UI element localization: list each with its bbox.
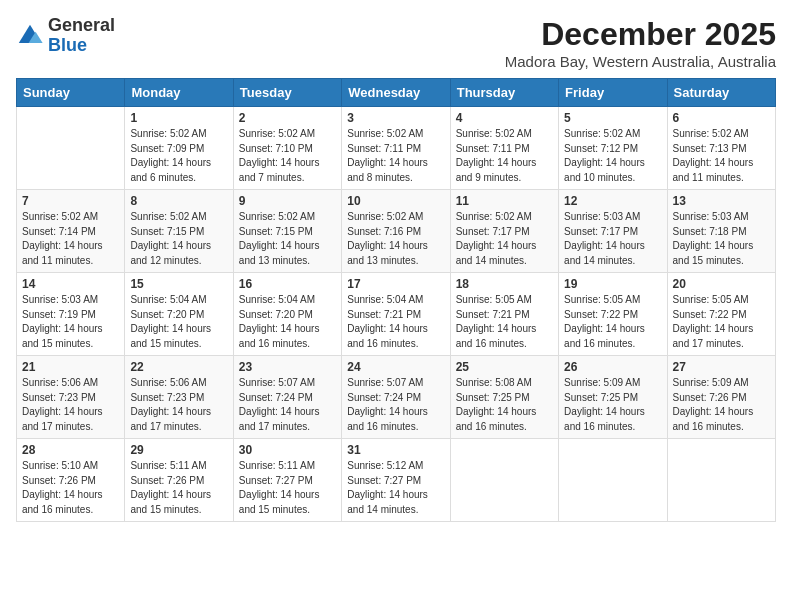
calendar-header-thursday: Thursday bbox=[450, 79, 558, 107]
calendar-header-row: SundayMondayTuesdayWednesdayThursdayFrid… bbox=[17, 79, 776, 107]
calendar-cell: 20Sunrise: 5:05 AM Sunset: 7:22 PM Dayli… bbox=[667, 273, 775, 356]
calendar-cell bbox=[559, 439, 667, 522]
day-number: 8 bbox=[130, 194, 227, 208]
calendar-cell: 29Sunrise: 5:11 AM Sunset: 7:26 PM Dayli… bbox=[125, 439, 233, 522]
logo-icon bbox=[16, 22, 44, 50]
day-info: Sunrise: 5:09 AM Sunset: 7:25 PM Dayligh… bbox=[564, 376, 661, 434]
day-number: 7 bbox=[22, 194, 119, 208]
calendar-cell: 14Sunrise: 5:03 AM Sunset: 7:19 PM Dayli… bbox=[17, 273, 125, 356]
day-info: Sunrise: 5:05 AM Sunset: 7:22 PM Dayligh… bbox=[564, 293, 661, 351]
day-number: 2 bbox=[239, 111, 336, 125]
day-number: 1 bbox=[130, 111, 227, 125]
calendar-cell bbox=[450, 439, 558, 522]
day-number: 20 bbox=[673, 277, 770, 291]
day-info: Sunrise: 5:09 AM Sunset: 7:26 PM Dayligh… bbox=[673, 376, 770, 434]
calendar-cell: 25Sunrise: 5:08 AM Sunset: 7:25 PM Dayli… bbox=[450, 356, 558, 439]
day-info: Sunrise: 5:12 AM Sunset: 7:27 PM Dayligh… bbox=[347, 459, 444, 517]
day-number: 17 bbox=[347, 277, 444, 291]
day-info: Sunrise: 5:03 AM Sunset: 7:19 PM Dayligh… bbox=[22, 293, 119, 351]
calendar-cell: 21Sunrise: 5:06 AM Sunset: 7:23 PM Dayli… bbox=[17, 356, 125, 439]
day-number: 21 bbox=[22, 360, 119, 374]
day-info: Sunrise: 5:02 AM Sunset: 7:09 PM Dayligh… bbox=[130, 127, 227, 185]
calendar-cell: 13Sunrise: 5:03 AM Sunset: 7:18 PM Dayli… bbox=[667, 190, 775, 273]
day-number: 3 bbox=[347, 111, 444, 125]
calendar-header-monday: Monday bbox=[125, 79, 233, 107]
day-info: Sunrise: 5:03 AM Sunset: 7:17 PM Dayligh… bbox=[564, 210, 661, 268]
calendar-cell: 22Sunrise: 5:06 AM Sunset: 7:23 PM Dayli… bbox=[125, 356, 233, 439]
day-info: Sunrise: 5:06 AM Sunset: 7:23 PM Dayligh… bbox=[130, 376, 227, 434]
calendar-cell: 17Sunrise: 5:04 AM Sunset: 7:21 PM Dayli… bbox=[342, 273, 450, 356]
day-info: Sunrise: 5:03 AM Sunset: 7:18 PM Dayligh… bbox=[673, 210, 770, 268]
title-section: December 2025 Madora Bay, Western Austra… bbox=[505, 16, 776, 70]
day-info: Sunrise: 5:04 AM Sunset: 7:21 PM Dayligh… bbox=[347, 293, 444, 351]
day-number: 25 bbox=[456, 360, 553, 374]
calendar-cell: 31Sunrise: 5:12 AM Sunset: 7:27 PM Dayli… bbox=[342, 439, 450, 522]
day-info: Sunrise: 5:06 AM Sunset: 7:23 PM Dayligh… bbox=[22, 376, 119, 434]
header: General Blue December 2025 Madora Bay, W… bbox=[16, 16, 776, 70]
calendar-cell: 27Sunrise: 5:09 AM Sunset: 7:26 PM Dayli… bbox=[667, 356, 775, 439]
logo-general: General bbox=[48, 15, 115, 35]
calendar-cell: 26Sunrise: 5:09 AM Sunset: 7:25 PM Dayli… bbox=[559, 356, 667, 439]
day-number: 4 bbox=[456, 111, 553, 125]
calendar-cell: 23Sunrise: 5:07 AM Sunset: 7:24 PM Dayli… bbox=[233, 356, 341, 439]
day-number: 13 bbox=[673, 194, 770, 208]
calendar-cell: 8Sunrise: 5:02 AM Sunset: 7:15 PM Daylig… bbox=[125, 190, 233, 273]
day-info: Sunrise: 5:02 AM Sunset: 7:16 PM Dayligh… bbox=[347, 210, 444, 268]
day-info: Sunrise: 5:10 AM Sunset: 7:26 PM Dayligh… bbox=[22, 459, 119, 517]
day-info: Sunrise: 5:02 AM Sunset: 7:10 PM Dayligh… bbox=[239, 127, 336, 185]
day-info: Sunrise: 5:02 AM Sunset: 7:13 PM Dayligh… bbox=[673, 127, 770, 185]
calendar-cell bbox=[17, 107, 125, 190]
day-info: Sunrise: 5:08 AM Sunset: 7:25 PM Dayligh… bbox=[456, 376, 553, 434]
day-number: 31 bbox=[347, 443, 444, 457]
calendar-cell: 28Sunrise: 5:10 AM Sunset: 7:26 PM Dayli… bbox=[17, 439, 125, 522]
day-number: 16 bbox=[239, 277, 336, 291]
logo-text: General Blue bbox=[48, 16, 115, 56]
calendar-header-wednesday: Wednesday bbox=[342, 79, 450, 107]
day-info: Sunrise: 5:02 AM Sunset: 7:11 PM Dayligh… bbox=[456, 127, 553, 185]
calendar-cell: 4Sunrise: 5:02 AM Sunset: 7:11 PM Daylig… bbox=[450, 107, 558, 190]
day-number: 9 bbox=[239, 194, 336, 208]
calendar-cell: 24Sunrise: 5:07 AM Sunset: 7:24 PM Dayli… bbox=[342, 356, 450, 439]
day-number: 6 bbox=[673, 111, 770, 125]
calendar-week-1: 1Sunrise: 5:02 AM Sunset: 7:09 PM Daylig… bbox=[17, 107, 776, 190]
calendar-cell: 19Sunrise: 5:05 AM Sunset: 7:22 PM Dayli… bbox=[559, 273, 667, 356]
day-info: Sunrise: 5:02 AM Sunset: 7:14 PM Dayligh… bbox=[22, 210, 119, 268]
logo-blue: Blue bbox=[48, 35, 87, 55]
calendar-cell: 5Sunrise: 5:02 AM Sunset: 7:12 PM Daylig… bbox=[559, 107, 667, 190]
day-number: 29 bbox=[130, 443, 227, 457]
day-number: 5 bbox=[564, 111, 661, 125]
day-info: Sunrise: 5:11 AM Sunset: 7:26 PM Dayligh… bbox=[130, 459, 227, 517]
calendar-cell bbox=[667, 439, 775, 522]
calendar-cell: 30Sunrise: 5:11 AM Sunset: 7:27 PM Dayli… bbox=[233, 439, 341, 522]
day-number: 11 bbox=[456, 194, 553, 208]
calendar-header-sunday: Sunday bbox=[17, 79, 125, 107]
calendar-week-4: 21Sunrise: 5:06 AM Sunset: 7:23 PM Dayli… bbox=[17, 356, 776, 439]
month-title: December 2025 bbox=[505, 16, 776, 53]
day-number: 22 bbox=[130, 360, 227, 374]
calendar-cell: 6Sunrise: 5:02 AM Sunset: 7:13 PM Daylig… bbox=[667, 107, 775, 190]
day-number: 23 bbox=[239, 360, 336, 374]
day-info: Sunrise: 5:04 AM Sunset: 7:20 PM Dayligh… bbox=[239, 293, 336, 351]
calendar-header-tuesday: Tuesday bbox=[233, 79, 341, 107]
calendar-header-friday: Friday bbox=[559, 79, 667, 107]
day-number: 12 bbox=[564, 194, 661, 208]
day-info: Sunrise: 5:02 AM Sunset: 7:15 PM Dayligh… bbox=[239, 210, 336, 268]
day-number: 15 bbox=[130, 277, 227, 291]
day-number: 18 bbox=[456, 277, 553, 291]
calendar-header-saturday: Saturday bbox=[667, 79, 775, 107]
calendar-cell: 2Sunrise: 5:02 AM Sunset: 7:10 PM Daylig… bbox=[233, 107, 341, 190]
day-info: Sunrise: 5:05 AM Sunset: 7:22 PM Dayligh… bbox=[673, 293, 770, 351]
day-number: 14 bbox=[22, 277, 119, 291]
day-info: Sunrise: 5:02 AM Sunset: 7:12 PM Dayligh… bbox=[564, 127, 661, 185]
day-number: 26 bbox=[564, 360, 661, 374]
day-number: 19 bbox=[564, 277, 661, 291]
logo: General Blue bbox=[16, 16, 115, 56]
calendar-cell: 10Sunrise: 5:02 AM Sunset: 7:16 PM Dayli… bbox=[342, 190, 450, 273]
location-title: Madora Bay, Western Australia, Australia bbox=[505, 53, 776, 70]
day-number: 24 bbox=[347, 360, 444, 374]
day-info: Sunrise: 5:07 AM Sunset: 7:24 PM Dayligh… bbox=[347, 376, 444, 434]
calendar-cell: 18Sunrise: 5:05 AM Sunset: 7:21 PM Dayli… bbox=[450, 273, 558, 356]
day-info: Sunrise: 5:02 AM Sunset: 7:17 PM Dayligh… bbox=[456, 210, 553, 268]
day-info: Sunrise: 5:11 AM Sunset: 7:27 PM Dayligh… bbox=[239, 459, 336, 517]
calendar-cell: 11Sunrise: 5:02 AM Sunset: 7:17 PM Dayli… bbox=[450, 190, 558, 273]
